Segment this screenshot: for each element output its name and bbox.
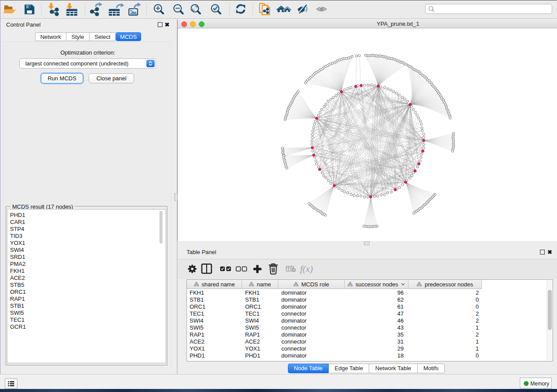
- svg-text:f(x): f(x): [300, 264, 313, 274]
